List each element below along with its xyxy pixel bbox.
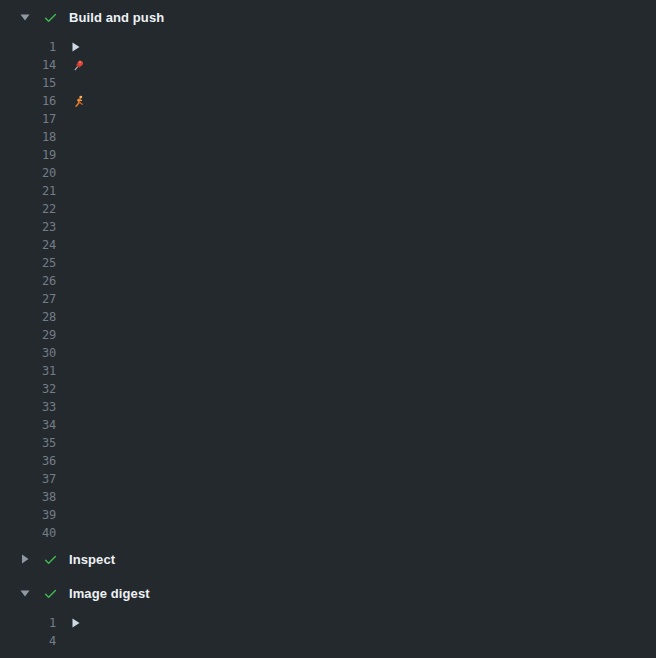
- log-line: 32: [0, 380, 656, 398]
- log-line: 15: [0, 74, 656, 92]
- log-line-number[interactable]: 37: [0, 470, 56, 488]
- log-line: 33: [0, 398, 656, 416]
- pushpin-icon: [72, 59, 85, 72]
- success-check-icon: [43, 586, 58, 601]
- section-title: Image digest: [69, 586, 150, 601]
- log-line: 36: [0, 452, 656, 470]
- log-line: 27: [0, 290, 656, 308]
- log-line: 38: [0, 488, 656, 506]
- log-line-number[interactable]: 16: [0, 92, 56, 110]
- log-line: 35: [0, 434, 656, 452]
- log-line-number[interactable]: 31: [0, 362, 56, 380]
- log-line-number[interactable]: 18: [0, 128, 56, 146]
- log-line: 22: [0, 200, 656, 218]
- log-line-number[interactable]: 39: [0, 506, 56, 524]
- log-line-number[interactable]: 36: [0, 452, 56, 470]
- log-line-number[interactable]: 19: [0, 146, 56, 164]
- log-line-number[interactable]: 14: [0, 56, 56, 74]
- log-line-number[interactable]: 28: [0, 308, 56, 326]
- log-line: 30: [0, 344, 656, 362]
- log-line-number[interactable]: 15: [0, 74, 56, 92]
- play-icon[interactable]: [72, 42, 80, 52]
- chevron-down-icon[interactable]: [20, 589, 30, 598]
- log-line: 20: [0, 164, 656, 182]
- log-line-number[interactable]: 23: [0, 218, 56, 236]
- log-line: 29: [0, 326, 656, 344]
- log-line: 40: [0, 524, 656, 542]
- log-line-number[interactable]: 21: [0, 182, 56, 200]
- log-line: 25: [0, 254, 656, 272]
- log-line-number[interactable]: 17: [0, 110, 56, 128]
- log-line: 17: [0, 110, 656, 128]
- log-line: 14: [0, 56, 656, 74]
- log-line-number[interactable]: 4: [0, 632, 56, 650]
- log-line-number[interactable]: 29: [0, 326, 56, 344]
- log-line-number[interactable]: 26: [0, 272, 56, 290]
- log-line-text: [72, 618, 87, 628]
- log-line: 24: [0, 236, 656, 254]
- log-line: 19: [0, 146, 656, 164]
- log-line-number[interactable]: 24: [0, 236, 56, 254]
- log-line: 34: [0, 416, 656, 434]
- success-check-icon: [43, 552, 58, 567]
- runner-icon: [72, 95, 85, 108]
- log-line: 21: [0, 182, 656, 200]
- chevron-down-icon[interactable]: [20, 13, 30, 22]
- log-line-number[interactable]: 27: [0, 290, 56, 308]
- log-line-number[interactable]: 1: [0, 614, 56, 632]
- log-line: 23: [0, 218, 656, 236]
- section-header-build-and-push[interactable]: Build and push: [0, 0, 656, 34]
- section-body-image-digest: 14: [0, 614, 656, 650]
- log-line: 1: [0, 38, 656, 56]
- log-line-number[interactable]: 38: [0, 488, 56, 506]
- log-line-number[interactable]: 32: [0, 380, 56, 398]
- log-line-number[interactable]: 35: [0, 434, 56, 452]
- section-title: Inspect: [69, 552, 115, 567]
- workflow-log-viewer: Build and push11415161718192021222324252…: [0, 0, 656, 658]
- log-line-number[interactable]: 33: [0, 398, 56, 416]
- log-line-number[interactable]: 1: [0, 38, 56, 56]
- section-header-inspect[interactable]: Inspect: [0, 542, 656, 576]
- log-line-number[interactable]: 30: [0, 344, 56, 362]
- chevron-right-icon[interactable]: [20, 554, 30, 564]
- log-line-text: [72, 59, 92, 72]
- log-line: 28: [0, 308, 656, 326]
- log-line: 37: [0, 470, 656, 488]
- log-line-number[interactable]: 34: [0, 416, 56, 434]
- log-line: 39: [0, 506, 656, 524]
- log-line-number[interactable]: 20: [0, 164, 56, 182]
- log-line: 26: [0, 272, 656, 290]
- log-line-number[interactable]: 22: [0, 200, 56, 218]
- log-line: 31: [0, 362, 656, 380]
- log-line: 1: [0, 614, 656, 632]
- section-title: Build and push: [69, 10, 164, 25]
- log-line-number[interactable]: 40: [0, 524, 56, 542]
- play-icon[interactable]: [72, 618, 80, 628]
- log-line-text: [72, 95, 92, 108]
- log-line-number[interactable]: 25: [0, 254, 56, 272]
- log-line: 16: [0, 92, 656, 110]
- log-line: 4: [0, 632, 656, 650]
- log-line-text: [72, 42, 87, 52]
- success-check-icon: [43, 10, 58, 25]
- section-header-image-digest[interactable]: Image digest: [0, 576, 656, 610]
- section-body-build-and-push: 1141516171819202122232425262728293031323…: [0, 38, 656, 542]
- log-line: 18: [0, 128, 656, 146]
